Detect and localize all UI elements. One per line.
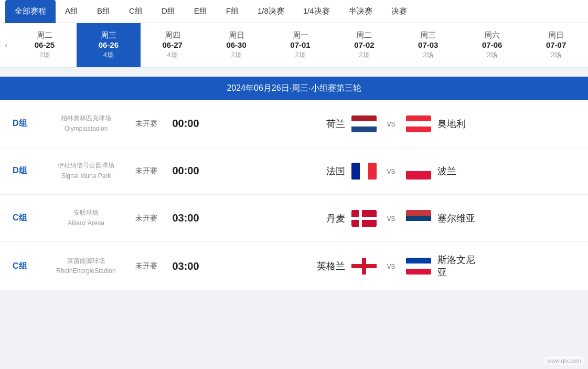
match-row-2: C组 安联球场 Allianz Arena 未开赛 03:00 丹麦 vs 塞尔… [0,195,588,242]
day-date: 06-30 [226,40,246,49]
team1-flag [351,258,377,275]
match-status: 未开赛 [128,166,165,176]
match-venue: 莱茵能源球场 RheinEnergieStadion [44,256,128,276]
day-name: 周四 [165,30,180,40]
day-date: 06-26 [99,40,119,49]
match-time: 03:00 [165,212,207,224]
day-name: 周日 [548,30,564,40]
day-date: 06-25 [35,40,55,49]
team2-name: 塞尔维亚 [437,212,479,225]
day-games: 2场 [487,50,497,60]
day-name: 周日 [229,30,244,40]
vs-text: vs [387,214,395,223]
day-name: 周二 [356,30,372,40]
venue-cn: 莱茵能源球场 [44,256,128,266]
day-games: 2场 [551,50,561,60]
venue-cn: 伊杜纳信号公园球场 [44,161,128,171]
nav-tab-groupF[interactable]: F组 [217,0,248,23]
venue-cn: 柏林奥林匹克球场 [44,113,128,123]
venue-en: Allianz Arena [44,218,128,228]
vs-text: vs [387,119,395,129]
team1-flag [351,115,377,132]
day-games: 2场 [231,50,242,60]
day-name: 周二 [37,30,52,40]
team2-name: 奥地利 [437,118,479,130]
day-date: 07-01 [290,40,310,49]
team1-name: 英格兰 [303,260,345,272]
day-games: 2场 [359,50,369,60]
section-header: 2024年06月26日·周三·小组赛第三轮 [0,77,588,100]
day-games: 2场 [295,50,305,60]
match-teams: 丹麦 vs 塞尔维亚 [207,210,575,227]
nav-tab-groupD[interactable]: D组 [152,0,185,23]
day-name: 周六 [484,30,500,40]
match-time: 00:00 [165,118,207,130]
team1-flag [351,210,377,227]
match-venue: 柏林奥林匹克球场 Olympiastadion [44,113,128,133]
day-date: 07-07 [546,40,566,49]
match-group: D组 [13,118,44,129]
venue-cn: 安联球场 [44,208,128,218]
match-time: 03:00 [165,260,207,272]
day-name: 周三 [420,30,436,40]
match-status: 未开赛 [128,119,165,129]
vs-text: vs [387,166,395,176]
team2-flag [406,115,431,132]
section-title: 2024年06月26日·周三·小组赛第三轮 [227,83,361,92]
nav-tab-sf[interactable]: 半决赛 [339,0,382,23]
match-teams: 法国 vs 波兰 [207,163,575,180]
nav-tab-qf[interactable]: 1/4决赛 [294,0,339,23]
nav-tab-r16[interactable]: 1/8决赛 [248,0,294,23]
match-status: 未开赛 [128,214,165,223]
match-container: D组 柏林奥林匹克球场 Olympiastadion 未开赛 00:00 荷兰 … [0,100,588,290]
match-venue: 安联球场 Allianz Arena [44,208,128,228]
scroll-left-arrow[interactable]: ‹ [0,23,13,67]
date-item-3[interactable]: 周日 06-30 2场 [205,23,269,67]
vs-text: vs [387,261,395,271]
match-group: C组 [13,261,44,272]
team2-name: 波兰 [437,165,479,177]
nav-tab-final[interactable]: 决赛 [382,0,416,23]
date-item-2[interactable]: 周四 06-27 4场 [141,23,205,67]
team1-flag [351,163,377,180]
match-venue: 伊杜纳信号公园球场 Signal Iduna Park [44,161,128,181]
date-item-4[interactable]: 周一 07-01 2场 [269,23,333,67]
venue-en: Signal Iduna Park [44,171,128,181]
day-date: 07-06 [482,40,502,49]
match-row-3: C组 莱茵能源球场 RheinEnergieStadion 未开赛 03:00 … [0,242,588,290]
day-games: 4场 [103,50,114,60]
match-teams: 荷兰 vs 奥地利 [207,115,575,132]
nav-tab-groupA[interactable]: A组 [56,0,88,23]
match-row-0: D组 柏林奥林匹克球场 Olympiastadion 未开赛 00:00 荷兰 … [0,100,588,147]
day-games: 4场 [167,50,178,60]
day-name: 周一 [293,30,308,40]
day-date: 07-03 [418,40,438,49]
date-item-0[interactable]: 周二 06-25 2场 [13,23,77,67]
nav-tab-groupC[interactable]: C组 [120,0,152,23]
date-item-5[interactable]: 周二 07-02 2场 [332,23,396,67]
venue-en: RheinEnergieStadion [44,266,128,276]
team1-name: 丹麦 [303,212,345,225]
nav-tab-groupB[interactable]: B组 [88,0,120,23]
day-date: 06-27 [163,40,183,49]
nav-tab-all[interactable]: 全部赛程 [5,0,56,23]
match-group: C组 [13,213,44,224]
match-time: 00:00 [165,165,207,177]
team2-flag [406,210,431,227]
venue-en: Olympiastadion [44,124,128,134]
match-row-1: D组 伊杜纳信号公园球场 Signal Iduna Park 未开赛 00:00… [0,147,588,195]
team2-flag [406,258,431,275]
match-teams: 英格兰 vs 斯洛文尼亚 [207,254,575,279]
day-games: 2场 [423,50,433,60]
date-item-8[interactable]: 周日 07-07 2场 [524,23,588,67]
date-item-7[interactable]: 周六 07-06 2场 [460,23,524,67]
match-group: D组 [13,165,44,176]
date-item-1[interactable]: 周三 06-26 4场 [77,23,141,67]
day-games: 2场 [39,50,50,60]
match-status: 未开赛 [128,261,165,271]
date-item-6[interactable]: 周三 07-03 2场 [396,23,460,67]
nav-tab-groupE[interactable]: E组 [185,0,217,23]
team2-flag [406,163,431,180]
top-nav: 全部赛程A组B组C组D组E组F组1/8决赛1/4决赛半决赛决赛 [0,0,588,23]
date-scroll-wrapper: ‹ 周二 06-25 2场 周三 06-26 4场 周四 06-27 4场 周日… [0,23,588,68]
